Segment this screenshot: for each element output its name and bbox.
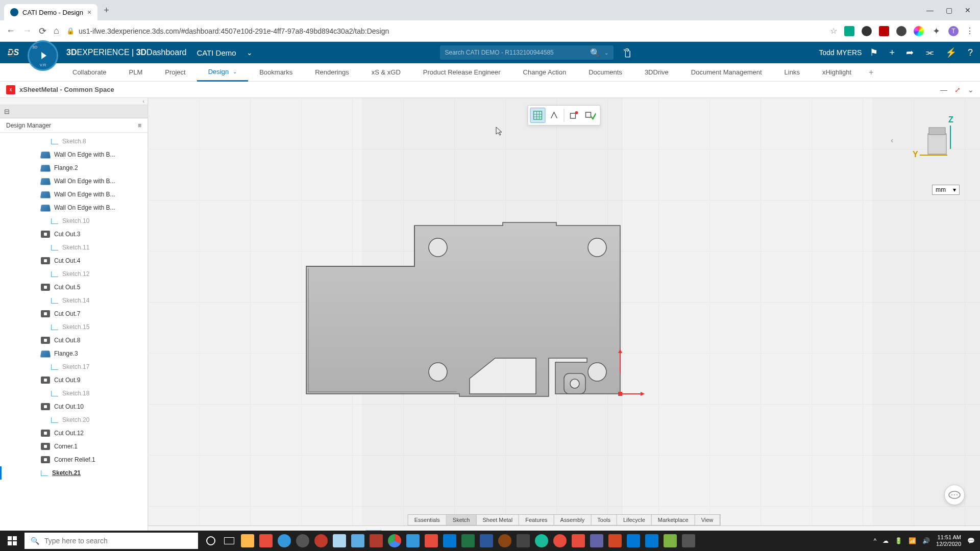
task-app[interactable] xyxy=(423,531,440,551)
tree-item[interactable]: Sketch.12 xyxy=(0,267,148,281)
task-app[interactable] xyxy=(514,531,532,551)
task-app[interactable] xyxy=(294,531,311,551)
close-icon[interactable]: ✕ xyxy=(965,6,971,14)
bottom-tab-tools[interactable]: Tools xyxy=(591,515,617,525)
unit-selector[interactable]: mm ▾ xyxy=(932,185,960,195)
tray-volume-icon[interactable]: 🔊 xyxy=(922,537,930,544)
bottom-tab-marketplace[interactable]: Marketplace xyxy=(652,515,695,525)
browser-tab[interactable]: CATI Demo - Design × xyxy=(4,4,97,20)
tree-item[interactable]: Cut Out.3 xyxy=(0,228,148,241)
user-name[interactable]: Todd MYERS xyxy=(819,48,862,57)
task-app[interactable] xyxy=(496,531,513,551)
tree-item[interactable]: Sketch.18 xyxy=(0,387,148,400)
tree-mode-icon[interactable]: ⊟ xyxy=(4,108,10,115)
nav-tab-product-release-engineer[interactable]: Product Release Engineer xyxy=(412,63,512,82)
tree-item[interactable]: Corner.1 xyxy=(0,440,148,453)
nav-tab-links[interactable]: Links xyxy=(773,63,811,82)
bottom-tab-sketch[interactable]: Sketch xyxy=(447,515,477,525)
task-app[interactable] xyxy=(349,531,366,551)
tree-item[interactable]: Wall On Edge with B... xyxy=(0,188,148,201)
task-app[interactable] xyxy=(312,531,330,551)
task-cortana[interactable] xyxy=(202,531,219,551)
sidebar-toggle-icon[interactable]: ☰ xyxy=(7,48,15,59)
task-explorer[interactable] xyxy=(239,531,256,551)
nav-tab-change-action[interactable]: Change Action xyxy=(512,63,578,82)
tray-notifications-icon[interactable]: 💬 xyxy=(967,537,975,544)
profile-avatar[interactable]: T xyxy=(948,26,959,36)
forward-icon[interactable]: → xyxy=(22,26,32,36)
help-bubble[interactable] xyxy=(944,485,965,505)
context-name[interactable]: CATI Demo xyxy=(197,48,236,57)
tree-item[interactable]: Sketch.10 xyxy=(0,214,148,228)
feature-tree[interactable]: Sketch.8Wall On Edge with B...Flange.2Wa… xyxy=(0,133,148,551)
extensions-icon[interactable]: ✦ xyxy=(931,26,941,36)
confirm-sketch-button[interactable] xyxy=(583,108,598,123)
reload-icon[interactable]: ⟳ xyxy=(39,26,46,37)
grid-toggle-button[interactable] xyxy=(530,108,546,123)
tree-item[interactable]: Cut Out.8 xyxy=(0,334,148,347)
task-teams[interactable] xyxy=(588,531,605,551)
task-app[interactable] xyxy=(570,531,587,551)
nav-tab-project[interactable]: Project xyxy=(154,63,197,82)
tree-item[interactable]: Sketch.11 xyxy=(0,241,148,254)
home-icon[interactable]: ⌂ xyxy=(54,26,59,36)
sidebar-collapse-icon[interactable]: ‹ xyxy=(0,98,148,105)
nav-tab-plm[interactable]: PLM xyxy=(118,63,154,82)
tree-item[interactable]: Sketch.17 xyxy=(0,360,148,373)
tree-item[interactable]: Cut Out.10 xyxy=(0,400,148,413)
tree-item[interactable]: Sketch.8 xyxy=(0,135,148,148)
tree-item[interactable]: Cut Out.4 xyxy=(0,254,148,267)
search-dropdown-icon[interactable]: ⌄ xyxy=(604,50,608,56)
bottom-tab-features[interactable]: Features xyxy=(519,515,554,525)
new-tab-button[interactable]: + xyxy=(104,5,109,16)
bottom-tab-lifecycle[interactable]: Lifecycle xyxy=(617,515,652,525)
sidebar-menu-icon[interactable]: ≡ xyxy=(138,122,141,129)
panel-menu-icon[interactable]: ⌄ xyxy=(968,86,974,94)
task-app[interactable] xyxy=(404,531,422,551)
orient-collapse-icon[interactable]: ‹ xyxy=(891,136,893,144)
nav-tab-collaborate[interactable]: Collaborate xyxy=(61,63,118,82)
task-word[interactable] xyxy=(478,531,495,551)
nav-tab-3ddrive[interactable]: 3DDrive xyxy=(633,63,680,82)
flag-icon[interactable]: ⚑ xyxy=(870,47,878,58)
bookmark-star-icon[interactable]: ☆ xyxy=(830,26,837,36)
tray-clock[interactable]: 11:51 AM 12/2/2020 xyxy=(936,534,961,547)
browser-menu-icon[interactable]: ⋮ xyxy=(966,26,974,36)
tree-item[interactable]: Wall On Edge with B... xyxy=(0,201,148,214)
tree-item[interactable]: Sketch.15 xyxy=(0,320,148,334)
task-app[interactable] xyxy=(643,531,660,551)
tree-item[interactable]: Corner Relief.1 xyxy=(0,453,148,466)
bottom-tab-view[interactable]: View xyxy=(695,515,720,525)
search-input[interactable] xyxy=(445,49,586,56)
tray-battery-icon[interactable]: 🔋 xyxy=(895,537,902,544)
task-app[interactable] xyxy=(533,531,550,551)
task-powerpoint[interactable] xyxy=(606,531,624,551)
minimize-icon[interactable]: — xyxy=(926,6,934,14)
tree-item[interactable]: Sketch.21 xyxy=(0,466,148,480)
nav-tab-xhighlight[interactable]: xHighlight xyxy=(811,63,863,82)
taskbar-search[interactable]: 🔍 Type here to search xyxy=(24,533,198,549)
task-taskview[interactable] xyxy=(220,531,238,551)
compass-button[interactable]: 3D V.R xyxy=(28,40,58,71)
tree-item[interactable]: Sketch.20 xyxy=(0,413,148,427)
tree-item[interactable]: Flange.2 xyxy=(0,161,148,174)
nav-tab-documents[interactable]: Documents xyxy=(577,63,633,82)
nav-tab-document-management[interactable]: Document Management xyxy=(680,63,773,82)
tab-close-icon[interactable]: × xyxy=(87,8,91,16)
constraint-button[interactable] xyxy=(547,108,562,123)
nav-tab-xs-&-xgd[interactable]: xS & xGD xyxy=(360,63,412,82)
tray-wifi-icon[interactable]: 📶 xyxy=(909,537,916,544)
tree-item[interactable]: Flange.3 xyxy=(0,347,148,360)
nav-tab-design[interactable]: Design⌄ xyxy=(197,63,248,82)
ext-icon[interactable] xyxy=(862,26,872,36)
task-excel[interactable] xyxy=(459,531,477,551)
task-app[interactable] xyxy=(662,531,679,551)
exit-sketch-button[interactable] xyxy=(567,108,582,123)
search-icon[interactable]: 🔍 xyxy=(590,48,600,58)
help-icon[interactable]: ? xyxy=(968,47,973,58)
tag-icon[interactable]: 🏷 xyxy=(621,47,632,58)
address-bar[interactable]: 🔒 us1-ifwe.3dexperience.3ds.com/#dashboa… xyxy=(66,23,823,39)
task-app[interactable] xyxy=(368,531,385,551)
context-dropdown-icon[interactable]: ⌄ xyxy=(247,48,253,57)
tree-item[interactable]: Wall On Edge with B... xyxy=(0,148,148,161)
